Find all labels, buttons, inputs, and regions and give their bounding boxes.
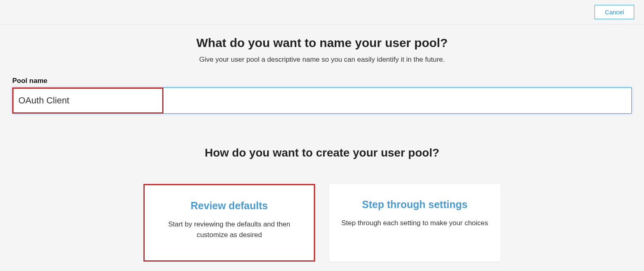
step-through-description: Step through each setting to make your c… [341,218,488,228]
main-content: What do you want to name your user pool?… [0,25,644,271]
create-method-heading: How do you want to create your user pool… [12,146,632,159]
pool-name-input-wrapper [12,87,632,114]
review-defaults-title: Review defaults [157,200,302,212]
options-row: Review defaults Start by reviewing the d… [12,184,632,262]
pool-name-label: Pool name [12,77,632,85]
cancel-button[interactable]: Cancel [595,5,634,19]
step-through-card[interactable]: Step through settings Step through each … [329,184,501,262]
pool-name-subheading: Give your user pool a descriptive name s… [12,56,632,64]
pool-name-input[interactable] [12,87,632,114]
top-bar: Cancel [0,0,644,25]
step-through-title: Step through settings [341,199,488,211]
review-defaults-card[interactable]: Review defaults Start by reviewing the d… [143,184,315,262]
pool-name-heading: What do you want to name your user pool? [12,36,632,50]
review-defaults-description: Start by reviewing the defaults and then… [157,219,302,240]
